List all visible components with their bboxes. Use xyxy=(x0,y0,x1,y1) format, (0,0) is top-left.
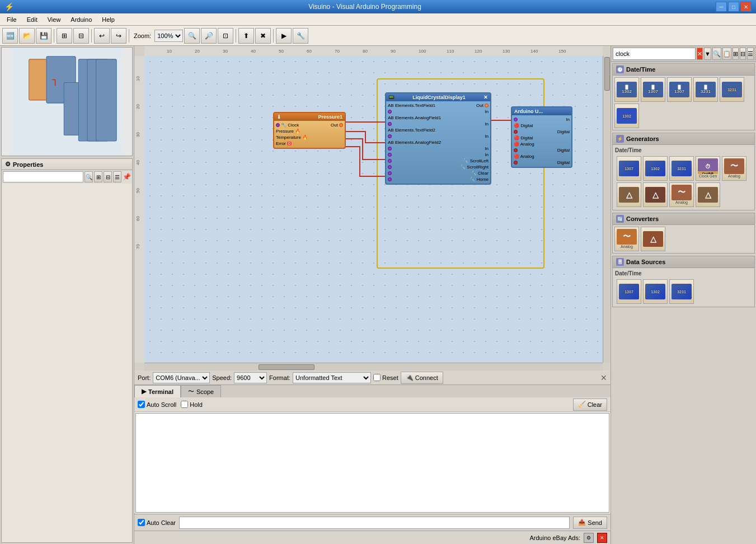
canvas-content[interactable]: 🌡 Pressure1 🔧 Clock xyxy=(144,56,603,363)
visuino-button[interactable]: 🔧 xyxy=(293,28,308,44)
gen-analog-2[interactable]: 〜 Analog xyxy=(669,182,694,207)
svg-text:120: 120 xyxy=(475,49,482,54)
new-button[interactable]: 🆕 xyxy=(2,28,18,44)
gen-item-empty3[interactable]: △ xyxy=(696,182,720,207)
grid-button[interactable]: ⊞ xyxy=(57,28,72,44)
minimize-button[interactable]: ─ xyxy=(716,2,727,12)
zoom-fit-button[interactable]: ⊡ xyxy=(218,28,233,44)
reset-checkbox[interactable] xyxy=(373,374,381,381)
arduino-node[interactable]: Arduino U... In 🔴 Digital xyxy=(511,106,572,168)
grid2-button[interactable]: ⊟ xyxy=(73,28,89,44)
redo-button[interactable]: ↪ xyxy=(111,28,126,44)
format-select[interactable]: Unformatted Text xyxy=(293,372,371,383)
prop-collapse-btn[interactable]: ⊟ xyxy=(104,171,112,182)
prop-expand-btn[interactable]: ⊞ xyxy=(94,171,102,182)
gen-item-empty1[interactable]: △ xyxy=(617,182,641,207)
lcd-node[interactable]: 📟 LiquidCrystalDisplay1 ✕ AB Elements.Te… xyxy=(385,92,491,185)
search-icon-btn4[interactable]: ⊟ xyxy=(740,48,746,60)
gen-analog-1[interactable]: 〜 Analog xyxy=(722,156,746,181)
menu-file[interactable]: File xyxy=(2,15,21,24)
canvas-vscroll[interactable] xyxy=(603,56,611,363)
ads-close-btn[interactable]: ✕ xyxy=(597,533,607,543)
toolbar: 🆕 📂 💾 ⊞ ⊟ ↩ ↪ Zoom: 100% 50% 75% 125% 15… xyxy=(0,26,756,46)
speed-select[interactable]: 9600 115200 xyxy=(234,372,267,383)
hscroll-thumb[interactable] xyxy=(259,364,314,370)
auto-scroll-label[interactable]: Auto Scroll xyxy=(138,401,176,408)
zoom-select[interactable]: 100% 50% 75% 125% 150% xyxy=(154,30,183,42)
canvas-hscroll[interactable] xyxy=(144,363,603,371)
run-button[interactable]: ▶ xyxy=(276,28,292,44)
search-icon-btn1[interactable]: 🔍 xyxy=(712,48,721,60)
arduino-port-d2: Digital xyxy=(512,129,571,135)
conv-item2[interactable]: △ xyxy=(641,227,665,251)
menu-view[interactable]: View xyxy=(43,15,65,24)
search-icon-btn3[interactable]: ⊞ xyxy=(732,48,739,60)
tab-terminal[interactable]: ▶ Terminal xyxy=(134,385,181,397)
dt-item-1307-b[interactable]: ▐▌ 1307 xyxy=(667,77,692,102)
pressure-node[interactable]: 🌡 Pressure1 🔧 Clock xyxy=(273,112,346,149)
clock-gen-item[interactable]: ⏱ Out⊕⊕ Clock Gen Clock Generator xyxy=(696,156,720,181)
save-button[interactable]: 💾 xyxy=(36,28,51,44)
window-title: Visuino - Visual Arduino Programming xyxy=(14,3,716,11)
send-icon: 📤 xyxy=(578,519,586,526)
dt-item-3231-b[interactable]: 3231 xyxy=(720,77,744,102)
search-icon-btn5[interactable]: ☰ xyxy=(747,48,754,60)
ds-1307[interactable]: 1307 xyxy=(617,279,641,304)
lcd-close[interactable]: ✕ xyxy=(483,95,488,100)
undo-button[interactable]: ↩ xyxy=(94,28,110,44)
dt-item-1302-b[interactable]: 1302 xyxy=(614,104,639,128)
gen-3231[interactable]: 3231 xyxy=(669,156,694,181)
bottom-close-button[interactable]: ✕ xyxy=(600,373,607,382)
ds-3231[interactable]: 3231 xyxy=(669,279,694,304)
search-input[interactable] xyxy=(613,48,696,60)
open-button[interactable]: 📂 xyxy=(19,28,35,44)
canvas-container[interactable]: 10 20 30 40 50 60 70 80 90 100 110 120 xyxy=(134,46,611,371)
gen-item-empty2[interactable]: △ xyxy=(643,182,668,207)
port-select[interactable]: COM6 (Unava... xyxy=(153,372,210,383)
ds-1302[interactable]: 1302 xyxy=(643,279,668,304)
pin-button[interactable]: 📌 xyxy=(123,171,131,182)
lcd-port-af2: AB Elements.AnalogField2 xyxy=(386,139,490,146)
search-arrow-btn[interactable]: ▼ xyxy=(704,48,711,60)
svg-text:40: 40 xyxy=(135,160,140,165)
hold-label[interactable]: Hold xyxy=(181,401,203,408)
terminal-output[interactable] xyxy=(135,413,609,513)
search-clear-btn[interactable]: ✕ xyxy=(697,48,703,60)
properties-header: ⚙ Properties xyxy=(2,159,132,170)
menu-arduino[interactable]: Arduino xyxy=(66,15,96,24)
upload-button[interactable]: ⬆ xyxy=(238,28,254,44)
prop-list-btn[interactable]: ☰ xyxy=(113,171,121,182)
tab-scope[interactable]: 〜 Scope xyxy=(181,385,221,397)
terminal-input[interactable] xyxy=(179,517,570,529)
menu-help[interactable]: Help xyxy=(97,15,119,24)
reset-checkbox-label[interactable]: Reset xyxy=(373,374,398,381)
preview-area[interactable] xyxy=(1,47,133,156)
dt-item-3231-a[interactable]: ▐▌ 3231 xyxy=(693,77,718,102)
dt-item-1307-a[interactable]: ▐▌ 1307 xyxy=(641,77,665,102)
conv-analog-label: Analog xyxy=(621,245,633,249)
send-button[interactable]: 📤 Send xyxy=(573,517,607,529)
hold-checkbox[interactable] xyxy=(181,401,188,408)
auto-clear-label[interactable]: Auto Clear xyxy=(138,519,176,526)
properties-toolbar: 🔍 ⊞ ⊟ ☰ 📌 xyxy=(2,170,132,184)
maximize-button[interactable]: □ xyxy=(728,2,739,12)
prop-search-btn[interactable]: 🔍 xyxy=(84,171,93,182)
conv-analog[interactable]: 〜 Analog xyxy=(614,227,639,251)
zoom-out-button[interactable]: 🔎 xyxy=(201,28,217,44)
stop-button[interactable]: ✖ xyxy=(255,28,271,44)
connect-button[interactable]: 🔌 Connect xyxy=(401,372,443,384)
close-button[interactable]: ✕ xyxy=(740,2,752,12)
properties-search[interactable] xyxy=(3,171,83,182)
ads-settings-btn[interactable]: ⚙ xyxy=(584,533,594,543)
gen-1307[interactable]: 1307 xyxy=(617,156,641,181)
zoom-in-button[interactable]: 🔍 xyxy=(184,28,200,44)
dt-item-1302-a[interactable]: ▐▌ 1302 xyxy=(614,77,639,102)
search-icon-btn2[interactable]: 📋 xyxy=(722,48,731,60)
auto-clear-checkbox[interactable] xyxy=(138,519,145,526)
vscroll-thumb[interactable] xyxy=(604,57,610,91)
gen-1302[interactable]: 1302 xyxy=(643,156,668,181)
clear-button[interactable]: 🧹 Clear xyxy=(573,398,607,411)
menu-edit[interactable]: Edit xyxy=(22,15,42,24)
lcd-port-scrollright: 🔧 ScrollRight xyxy=(386,164,490,170)
auto-scroll-checkbox[interactable] xyxy=(138,401,145,408)
